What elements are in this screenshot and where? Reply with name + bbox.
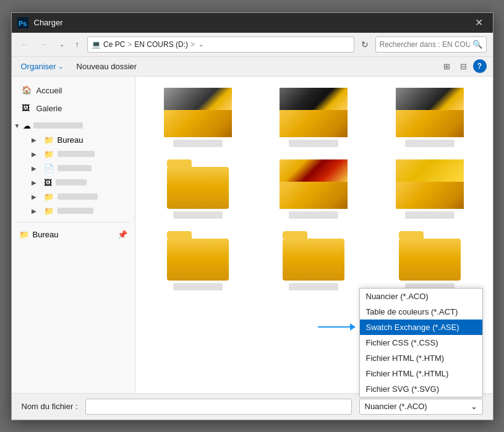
file-label-6	[405, 211, 455, 219]
files-grid	[142, 83, 487, 295]
address-dropdown-button[interactable]: ⌄	[197, 40, 205, 49]
view-split-button[interactable]: ⊟	[456, 59, 471, 74]
filetype-option-3[interactable]: Fichier CSS (*.CSS)	[360, 335, 482, 350]
arrow-container	[318, 323, 356, 331]
sidebar-item-accueil[interactable]: 🏠 Accueil	[14, 82, 132, 100]
sidebar-item-child2[interactable]: ▶ 📄	[12, 161, 135, 176]
folder-blue-icon: 📁	[44, 135, 54, 145]
new-folder-label: Nouveau dossier	[77, 62, 137, 71]
file-thumbnail-5	[280, 159, 348, 209]
gallery-icon: 🖼	[22, 103, 33, 114]
sidebar-bottom-bureau[interactable]: 📁 Bureau 📌	[12, 226, 135, 243]
file-item-4[interactable]	[144, 157, 252, 221]
search-input[interactable]	[380, 40, 470, 49]
file-thumbnail-4	[164, 159, 232, 209]
filename-input[interactable]	[85, 399, 352, 415]
secondary-toolbar: Organiser ⌄ Nouveau dossier ⊞ ⊟ ?	[12, 57, 493, 77]
child4-label	[58, 193, 98, 200]
refresh-button[interactable]: ↻	[359, 38, 370, 51]
file-label-8	[289, 283, 338, 290]
child3-expand-icon: ▶	[32, 179, 40, 186]
folder-yellow-icon: 📁	[44, 150, 54, 159]
expand-arrow-icon: ▼	[14, 122, 23, 129]
sidebar-item-child3[interactable]: ▶ 🖼	[12, 176, 135, 190]
ps-icon: Ps	[17, 17, 29, 29]
file-item-3[interactable]	[375, 85, 484, 150]
child1-expand-icon: ▶	[32, 151, 40, 158]
file-label-1	[173, 140, 223, 147]
view-controls: ⊞ ⊟ ?	[440, 59, 487, 74]
current-filetype-label: Nuancier (*.ACO)	[365, 402, 427, 411]
dialog-window: Ps Charger ✕ ← → ⌄ ↑ 💻 Ce PC > EN COURS …	[11, 12, 493, 420]
child2-expand-icon: ▶	[32, 165, 40, 172]
dropdown-history-button[interactable]: ⌄	[56, 39, 67, 49]
search-bar[interactable]: 🔍	[375, 36, 487, 53]
back-button[interactable]: ←	[18, 38, 32, 51]
file-item-5[interactable]	[260, 157, 368, 221]
bureau-expand-icon: ▶	[32, 137, 40, 143]
filetype-option-1[interactable]: Table de couleurs (*.ACT)	[360, 304, 482, 320]
filetype-dropdown[interactable]: Nuancier (*.ACO) ⌄ Nuancier (*.ACO) Tabl…	[359, 399, 483, 415]
file-thumbnail-6	[396, 159, 464, 209]
file-label-7	[173, 283, 223, 290]
organizer-chevron-icon: ⌄	[58, 63, 63, 70]
sidebar-item-galerie[interactable]: 🖼 Galerie	[14, 100, 132, 117]
folder-yellow3-icon: 📁	[44, 206, 54, 216]
sidebar-item-child1[interactable]: ▶ 📁	[12, 147, 135, 161]
filetype-option-5[interactable]: Fichier HTML (*.HTML)	[360, 366, 482, 381]
home-icon: 🏠	[22, 85, 33, 96]
file-label-2	[289, 140, 338, 147]
dialog-title: Charger	[34, 18, 471, 27]
sidebar-divider	[17, 222, 130, 222]
svg-text:Ps: Ps	[19, 20, 27, 27]
child4-expand-icon: ▶	[32, 193, 40, 200]
file-item-8[interactable]	[260, 229, 368, 293]
child1-label	[58, 151, 95, 157]
view-grid-button[interactable]: ⊞	[440, 59, 454, 74]
filetype-button[interactable]: Nuancier (*.ACO) ⌄	[359, 399, 483, 415]
file-thumbnail-1	[164, 88, 232, 137]
file-item-2[interactable]	[260, 85, 368, 150]
sep2: >	[190, 40, 195, 49]
sidebar-cloud-group: ▼ ☁ ▶ 📁 Bureau ▶ 📁 ▶ 📄	[12, 119, 135, 218]
file-thumbnail-7	[164, 231, 232, 281]
file-item-1[interactable]	[144, 85, 252, 150]
forward-button[interactable]: →	[37, 38, 51, 51]
filetype-chevron-icon: ⌄	[471, 402, 477, 411]
file-thumbnail-9	[396, 231, 464, 281]
file-thumbnail-8	[280, 231, 348, 281]
address-en-cours: EN COURS (D:)	[134, 40, 188, 49]
file-item-9[interactable]	[375, 229, 484, 293]
arrow-line	[318, 326, 350, 328]
filetype-option-4[interactable]: Fichier HTML (*.HTM)	[360, 350, 482, 366]
sidebar-item-child4[interactable]: ▶ 📁	[12, 190, 135, 204]
navigation-toolbar: ← → ⌄ ↑ 💻 Ce PC > EN COURS (D:) > ⌄ ↻ 🔍	[12, 33, 493, 57]
sidebar-item-child5[interactable]: ▶ 📁	[12, 204, 135, 218]
filename-label: Nom du fichier :	[22, 402, 78, 411]
doc-icon: 📄	[44, 164, 54, 173]
child5-expand-icon: ▶	[32, 208, 40, 214]
sidebar-item-bureau[interactable]: ▶ 📁 Bureau	[12, 133, 135, 147]
filetype-option-0[interactable]: Nuancier (*.ACO)	[360, 289, 482, 304]
up-button[interactable]: ↑	[72, 38, 83, 51]
new-folder-button[interactable]: Nouveau dossier	[74, 60, 140, 73]
file-item-7[interactable]	[144, 229, 252, 293]
filetype-option-6[interactable]: Fichier SVG (*.SVG)	[360, 381, 482, 397]
organizer-button[interactable]: Organiser ⌄	[18, 60, 66, 73]
sidebar: 🏠 Accueil 🖼 Galerie ▼ ☁ ▶ 📁 Burea	[12, 77, 135, 393]
child2-label	[58, 165, 92, 171]
child5-label	[58, 208, 93, 214]
sidebar-label-bureau: Bureau	[58, 135, 83, 145]
cloud-group-header[interactable]: ▼ ☁	[12, 119, 135, 133]
help-button[interactable]: ?	[473, 59, 487, 73]
close-button[interactable]: ✕	[471, 14, 488, 32]
cloud-label-blurred	[33, 122, 83, 129]
drive-icon: 💻	[92, 40, 101, 49]
file-label-3	[405, 140, 455, 147]
file-item-6[interactable]	[375, 157, 484, 221]
address-ce-pc: Ce PC	[103, 40, 125, 49]
bottom-bar: Nom du fichier : Nuancier (*.ACO) ⌄ Nuan…	[12, 393, 493, 420]
filetype-option-2[interactable]: Swatch Exchange (*.ASE)	[360, 320, 482, 335]
file-label-4	[173, 211, 223, 219]
filetype-menu: Nuancier (*.ACO) Table de couleurs (*.AC…	[359, 288, 483, 397]
